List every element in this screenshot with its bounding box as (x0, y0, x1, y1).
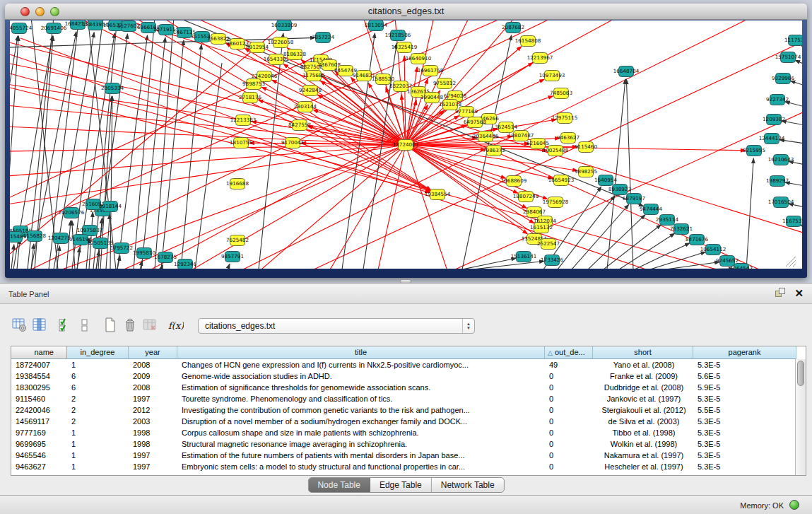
table-cell[interactable]: Genome-wide association studies in ADHD. (177, 370, 545, 382)
table-cell[interactable]: 0 (545, 404, 593, 416)
table-cell[interactable]: Estimation of the future numbers of pati… (177, 450, 545, 461)
graph-node[interactable]: 19756928 (543, 197, 569, 208)
graph-node[interactable]: 1989297 (766, 176, 789, 187)
graph-node[interactable]: 8215955 (743, 146, 765, 156)
memory-status-icon[interactable] (789, 500, 799, 510)
table-cell[interactable]: 9699695 (11, 438, 67, 450)
table-cell[interactable]: 1 (67, 461, 129, 472)
table-cell[interactable]: 0 (545, 370, 593, 382)
graph-node[interactable]: 20364486 (473, 132, 499, 142)
graph-node[interactable]: 12213383 (230, 115, 257, 126)
table-cell[interactable]: 0 (545, 393, 593, 404)
graph-node[interactable]: 10688609 (501, 176, 527, 187)
table-cell[interactable]: 0 (545, 461, 593, 472)
graph-node[interactable]: 2718176 (239, 93, 261, 103)
table-cell[interactable]: 1 (67, 427, 129, 438)
table-cell[interactable]: 1998 (129, 427, 177, 438)
graph-node[interactable]: 20691406 (41, 23, 67, 34)
graph-node[interactable]: 16154808 (515, 36, 541, 47)
graph-node[interactable]: 8813054 (365, 21, 387, 31)
change-table-mode-button[interactable] (10, 316, 30, 336)
table-cell[interactable]: 1997 (129, 393, 177, 404)
table-cell[interactable]: 9465546 (11, 450, 67, 461)
function-builder-button[interactable]: f(x) (165, 316, 185, 336)
table-cell[interactable]: Wolkin et al. (1998) (593, 438, 693, 450)
tab-network-table[interactable]: Network Table (432, 478, 504, 492)
float-panel-icon[interactable] (775, 288, 786, 298)
table-cell[interactable]: Stergiakouli et al. (2012) (593, 404, 693, 416)
graph-node[interactable]: 2803144 (294, 102, 317, 112)
table-cell[interactable]: 5.3E-5 (693, 427, 795, 438)
table-cell[interactable]: 9463627 (11, 461, 67, 472)
table-cell[interactable]: 18724007 (11, 359, 67, 370)
table-cell[interactable]: 19384554 (11, 370, 67, 382)
table-cell[interactable]: 5.3E-5 (693, 450, 795, 461)
graph-node[interactable]: 9857791 (221, 252, 244, 262)
table-cell[interactable]: 1 (67, 438, 129, 450)
table-cell[interactable]: 5.6E-5 (693, 370, 795, 382)
dropdown-stepper-icon[interactable]: ▲▼ (462, 319, 474, 333)
table-row[interactable]: 2242004622012Investigating the contribut… (11, 404, 795, 416)
graph-node[interactable]: 19218586 (385, 30, 411, 41)
column-header-name[interactable]: name (11, 346, 67, 359)
table-cell[interactable]: 5.5E-5 (693, 404, 795, 416)
graph-node[interactable]: 12213967 (527, 53, 553, 64)
table-cell[interactable]: 2012 (129, 404, 177, 416)
graph-node[interactable]: 9777169 (455, 107, 478, 117)
table-cell[interactable]: Embryonic stem cells: a model to study s… (177, 461, 545, 472)
column-header-short[interactable]: short (593, 346, 693, 359)
graph-node[interactable]: 1810755 (230, 138, 252, 148)
graph-node[interactable]: 7857224 (312, 33, 334, 43)
close-window-button[interactable] (20, 7, 30, 16)
table-row[interactable]: 946362711997Embryonic stem cells: a mode… (11, 461, 795, 472)
table-cell[interactable]: 2008 (129, 382, 177, 393)
graph-node[interactable]: 9755812 (433, 78, 456, 89)
table-cell[interactable]: Disruption of a novel member of a sodium… (177, 416, 545, 427)
new-column-button[interactable] (100, 316, 120, 336)
table-cell[interactable]: Nakamura et al. (1997) (593, 450, 693, 461)
graph-node[interactable]: 2522547 (537, 239, 560, 250)
table-row[interactable]: 946554611997Estimation of the future num… (11, 450, 795, 461)
graph-node[interactable]: 16654923 (548, 175, 575, 186)
table-row[interactable]: 1456911722003Disruption of a novel membe… (11, 416, 795, 427)
graph-node[interactable]: 1117534 (784, 35, 802, 46)
delete-columns-button[interactable] (120, 316, 140, 336)
graph-node[interactable]: 16210643 (768, 155, 794, 165)
column-header-in_degree[interactable]: in_degree (67, 346, 129, 359)
table-cell[interactable]: 5.3E-5 (693, 461, 795, 472)
table-cell[interactable]: 0 (545, 427, 593, 438)
table-row[interactable]: 969969511998Structural magnetic resonanc… (11, 438, 795, 450)
graph-node[interactable]: 12975115 (552, 113, 578, 124)
graph-node[interactable]: 9463627 (557, 133, 579, 144)
column-header-pagerank[interactable]: pagerank (693, 346, 796, 359)
graph-node[interactable]: 1640954 (594, 175, 617, 186)
graph-node[interactable]: 2087682 (502, 23, 524, 33)
table-cell[interactable]: 0 (545, 416, 593, 427)
table-cell[interactable]: 0 (545, 438, 593, 450)
table-row[interactable]: 911546021997Tourette syndrome. Phenomeno… (11, 393, 795, 404)
table-cell[interactable]: 5.3E-5 (693, 438, 795, 450)
graph-node[interactable]: 9242848 (299, 86, 322, 96)
graph-node[interactable]: 16033809 (271, 21, 298, 31)
graph-node[interactable]: 17016504 (768, 197, 794, 208)
table-cell[interactable]: 6 (67, 382, 129, 393)
graph-node[interactable]: 10973493 (539, 71, 565, 81)
close-panel-icon[interactable]: ✕ (794, 288, 804, 298)
table-cell[interactable]: 49 (545, 359, 593, 370)
table-row[interactable]: 1872400712008Changes of HCN gene express… (11, 359, 795, 370)
graph-node[interactable]: 14055724 (10, 23, 33, 34)
table-cell[interactable]: Tibbo et al. (1998) (593, 427, 693, 438)
table-cell[interactable]: Franke et al. (2009) (593, 370, 693, 382)
column-header-title[interactable]: title (177, 346, 545, 359)
graph-node[interactable]: 18226058 (268, 37, 294, 48)
graph-node[interactable]: 1167533 (782, 216, 802, 227)
table-row[interactable]: 1830029562008Estimation of significance … (11, 382, 795, 393)
zoom-window-button[interactable] (50, 7, 59, 16)
graph-node[interactable]: 19384554 (425, 189, 451, 200)
table-cell[interactable]: 9115460 (11, 393, 67, 404)
graph-node[interactable]: 1916688 (226, 179, 249, 189)
table-cell[interactable]: 1998 (129, 438, 177, 450)
table-cell[interactable]: 9777169 (11, 427, 67, 438)
table-cell[interactable]: de Silva et al. (2003) (593, 416, 693, 427)
network-canvas[interactable]: 1405572420691406168421311884395410653287… (10, 21, 802, 269)
